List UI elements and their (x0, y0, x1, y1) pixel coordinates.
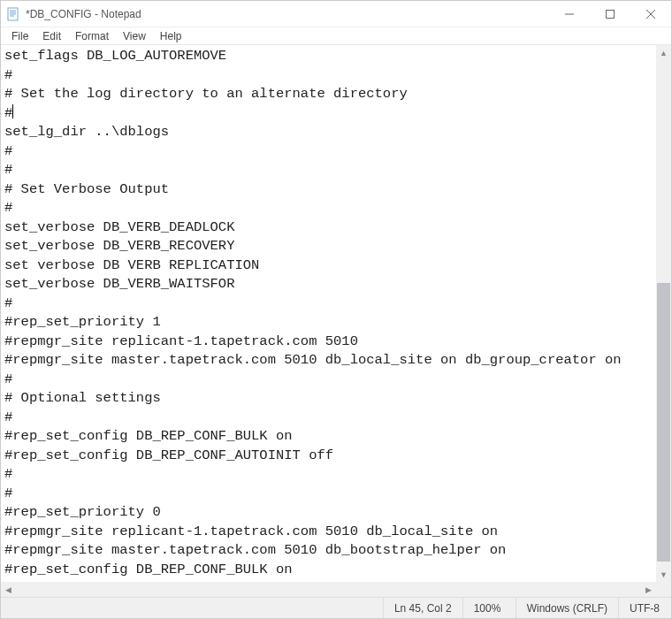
menu-view[interactable]: View (116, 28, 153, 44)
close-button[interactable] (630, 1, 671, 27)
maximize-button[interactable] (590, 1, 630, 27)
menu-format[interactable]: Format (68, 28, 116, 44)
hscroll-track[interactable] (16, 582, 641, 597)
window-title: *DB_CONFIG - Notepad (26, 8, 549, 20)
menu-edit[interactable]: Edit (35, 28, 68, 44)
editor-area: set_flags DB_LOG_AUTOREMOVE # # Set the … (1, 45, 671, 597)
vscroll-thumb[interactable] (657, 283, 670, 562)
text-editor[interactable]: set_flags DB_LOG_AUTOREMOVE # # Set the … (1, 45, 656, 582)
window-buttons (549, 1, 671, 27)
horizontal-scrollbar[interactable]: ◀ ▶ (1, 582, 656, 597)
vertical-scrollbar[interactable]: ▲ ▼ (656, 45, 671, 582)
notepad-icon (6, 7, 20, 21)
scroll-up-icon[interactable]: ▲ (656, 45, 671, 60)
scroll-right-icon[interactable]: ▶ (641, 582, 656, 597)
svg-rect-6 (607, 10, 615, 18)
vscroll-track[interactable] (656, 60, 671, 567)
status-position: Ln 45, Col 2 (383, 598, 462, 618)
titlebar[interactable]: *DB_CONFIG - Notepad (1, 1, 671, 27)
menu-help[interactable]: Help (153, 28, 189, 44)
status-encoding: UTF-8 (618, 598, 671, 618)
statusbar: Ln 45, Col 2 100% Windows (CRLF) UTF-8 (1, 597, 671, 618)
menubar: File Edit Format View Help (1, 27, 671, 45)
scroll-left-icon[interactable]: ◀ (1, 582, 16, 597)
status-line-ending: Windows (CRLF) (515, 598, 618, 618)
status-zoom: 100% (462, 598, 515, 618)
scroll-down-icon[interactable]: ▼ (656, 567, 671, 582)
minimize-button[interactable] (549, 1, 590, 27)
menu-file[interactable]: File (4, 28, 35, 44)
scrollbar-corner (656, 582, 671, 597)
